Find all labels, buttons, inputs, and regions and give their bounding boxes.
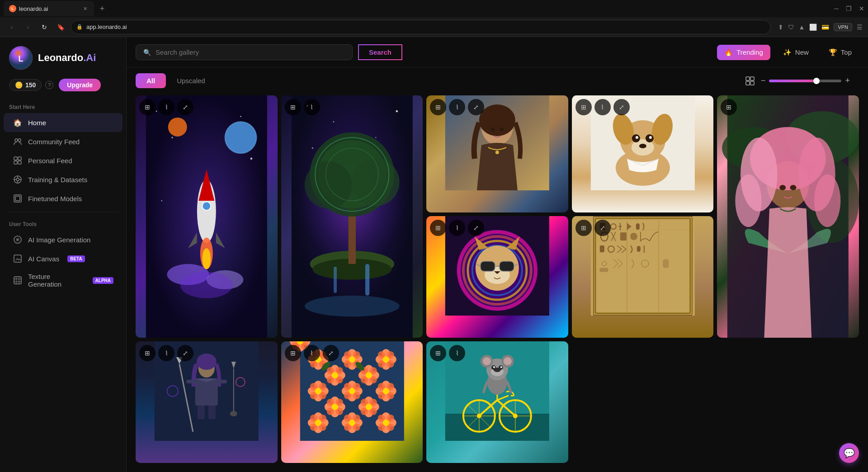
zoom-out-button[interactable]: − xyxy=(761,76,766,85)
expand-action-btn-7[interactable]: ⤢ xyxy=(594,220,611,236)
sparkle-icon: ✨ xyxy=(783,48,792,57)
svg-rect-54 xyxy=(334,267,337,293)
menu-button[interactable]: ☰ xyxy=(857,24,863,31)
new-button[interactable]: ✨ New xyxy=(776,45,816,60)
svg-rect-23 xyxy=(746,81,750,85)
sidebar-item-training[interactable]: Training & Datasets xyxy=(4,170,123,189)
gallery-item-8[interactable]: ⊞ ⌇ ⤢ xyxy=(136,341,278,463)
logo-wordmark: Leonardo.Ai xyxy=(38,52,96,64)
gallery-item-1-overlay: ⊞ ⌇ ⤢ xyxy=(139,99,274,115)
sidebar-item-home[interactable]: 🏠 Home xyxy=(4,113,123,132)
gallery-item-5[interactable]: ⊞ xyxy=(717,95,859,338)
expand-action-btn-8[interactable]: ⤢ xyxy=(177,345,193,361)
zoom-in-button[interactable]: + xyxy=(845,76,850,85)
remix-action-btn-9[interactable]: ⌇ xyxy=(304,345,320,361)
vpn-badge[interactable]: VPN xyxy=(834,23,852,31)
grid-action-btn-9[interactable]: ⊞ xyxy=(285,345,301,361)
expand-action-btn-9[interactable]: ⤢ xyxy=(323,345,339,361)
tab-all[interactable]: All xyxy=(136,73,166,88)
trending-button[interactable]: 🔥 Trending xyxy=(717,45,770,60)
sidebar-item-personal-feed[interactable]: Personal Feed xyxy=(4,151,123,170)
address-bar[interactable]: 🔒 app.leonardo.ai xyxy=(71,20,771,34)
minimize-button[interactable]: ─ xyxy=(834,5,839,12)
expand-action-btn-4[interactable]: ⤢ xyxy=(613,99,630,115)
grid-action-btn-2[interactable]: ⊞ xyxy=(285,99,301,115)
svg-point-40 xyxy=(202,248,211,269)
grid-action-btn-7[interactable]: ⊞ xyxy=(576,220,592,236)
remix-action-btn-3[interactable]: ⌇ xyxy=(449,99,465,115)
profile-button[interactable]: ▲ xyxy=(799,24,805,31)
svg-rect-133 xyxy=(198,406,205,419)
remix-action-btn-8[interactable]: ⌇ xyxy=(158,345,175,361)
remix-action-btn-2[interactable]: ⌇ xyxy=(304,99,320,115)
search-button[interactable]: Search xyxy=(358,44,402,60)
svg-point-36 xyxy=(202,202,211,210)
expand-action-btn[interactable]: ⤢ xyxy=(177,99,193,115)
active-tab[interactable]: L leonardo.ai ✕ xyxy=(4,1,94,16)
logo-avatar: L xyxy=(9,46,33,70)
remix-action-btn-6[interactable]: ⌇ xyxy=(449,220,465,236)
restore-button[interactable]: ❐ xyxy=(846,5,852,12)
shield-button[interactable]: 🛡 xyxy=(788,24,794,31)
sidebar-item-finetuned[interactable]: Finetuned Models xyxy=(4,189,123,208)
svg-point-92 xyxy=(790,185,797,190)
grid-action-btn-4[interactable]: ⊞ xyxy=(576,99,592,115)
credits-badge: 🪙 150 xyxy=(9,79,42,91)
sidebar-item-ai-canvas[interactable]: AI Canvas BETA xyxy=(4,249,123,268)
extensions-button[interactable]: ⬆ xyxy=(778,24,783,31)
grid-action-btn-3[interactable]: ⊞ xyxy=(430,99,446,115)
fire-icon: 🔥 xyxy=(724,48,733,57)
address-text: app.leonardo.ai xyxy=(86,24,127,30)
svg-rect-126 xyxy=(663,260,669,268)
gallery-item-7[interactable]: ⊞ ⤢ xyxy=(572,216,714,338)
svg-rect-6 xyxy=(14,161,17,164)
tab-close-button[interactable]: ✕ xyxy=(81,5,89,12)
grid-view-button[interactable] xyxy=(743,74,757,88)
community-icon xyxy=(13,137,23,146)
forward-button[interactable]: › xyxy=(22,21,34,33)
expand-action-btn-3[interactable]: ⤢ xyxy=(468,99,484,115)
expand-action-btn-6[interactable]: ⤢ xyxy=(468,220,484,236)
grid-action-btn-8[interactable]: ⊞ xyxy=(139,345,156,361)
gallery-item-10[interactable]: ⊞ ⌇ xyxy=(426,341,568,463)
section-divider xyxy=(7,212,119,212)
svg-rect-11 xyxy=(15,196,20,201)
gallery-item-1[interactable]: ⊞ ⌇ ⤢ xyxy=(136,95,278,338)
svg-rect-132 xyxy=(218,380,227,383)
bookmark-button[interactable]: 🔖 xyxy=(54,21,67,33)
reload-button[interactable]: ↻ xyxy=(38,21,51,33)
grid-action-btn-10[interactable]: ⊞ xyxy=(430,345,446,361)
close-button[interactable]: ✕ xyxy=(859,5,864,12)
gallery-item-6[interactable]: ⊞ ⌇ ⤢ xyxy=(426,216,568,338)
search-input[interactable] xyxy=(156,48,345,56)
remix-action-btn[interactable]: ⌇ xyxy=(158,99,175,115)
sidebar-item-texture[interactable]: Texture Generation ALPHA xyxy=(4,268,123,293)
gallery-item-2[interactable]: ⊞ ⌇ xyxy=(281,95,423,338)
top-button[interactable]: 🏆 Top xyxy=(821,45,859,60)
remix-action-btn-4[interactable]: ⌇ xyxy=(594,99,611,115)
upgrade-button[interactable]: Upgrade xyxy=(59,79,101,91)
sidebar-item-ai-image[interactable]: AI Image Generation xyxy=(4,230,123,249)
chat-bubble[interactable]: 💬 xyxy=(839,443,859,463)
grid-action-btn-5[interactable]: ⊞ xyxy=(721,99,737,115)
gallery-item-9[interactable]: ⊞ ⌇ ⤢ xyxy=(281,341,423,463)
sidebar-item-community-feed[interactable]: Community Feed xyxy=(4,132,123,151)
gallery-item-9-overlay: ⊞ ⌇ ⤢ xyxy=(285,345,420,361)
gallery-item-4[interactable]: ⊞ ⌇ ⤢ xyxy=(572,95,714,212)
tab-bar: L leonardo.ai ✕ + ─ ❐ ✕ xyxy=(0,0,868,17)
zoom-slider[interactable] xyxy=(769,80,841,82)
grid-action-btn[interactable]: ⊞ xyxy=(139,99,156,115)
svg-point-79 xyxy=(639,144,646,148)
gallery-item-3[interactable]: ⊞ ⌇ ⤢ xyxy=(426,95,568,212)
back-button[interactable]: ‹ xyxy=(5,21,18,33)
grid-action-btn-6[interactable]: ⊞ xyxy=(430,220,446,236)
remix-action-btn-10[interactable]: ⌇ xyxy=(449,345,465,361)
new-tab-button[interactable]: + xyxy=(96,2,108,15)
help-button[interactable]: ? xyxy=(45,81,53,89)
wallet-button[interactable]: 💳 xyxy=(821,24,829,31)
credits-icon: 🪙 xyxy=(15,81,23,89)
tab-upscaled[interactable]: Upscaled xyxy=(166,73,216,88)
sidebar-toggle[interactable]: ⬜ xyxy=(809,24,817,31)
gallery-item-4-overlay: ⊞ ⌇ ⤢ xyxy=(576,99,710,115)
svg-point-43 xyxy=(180,272,233,298)
